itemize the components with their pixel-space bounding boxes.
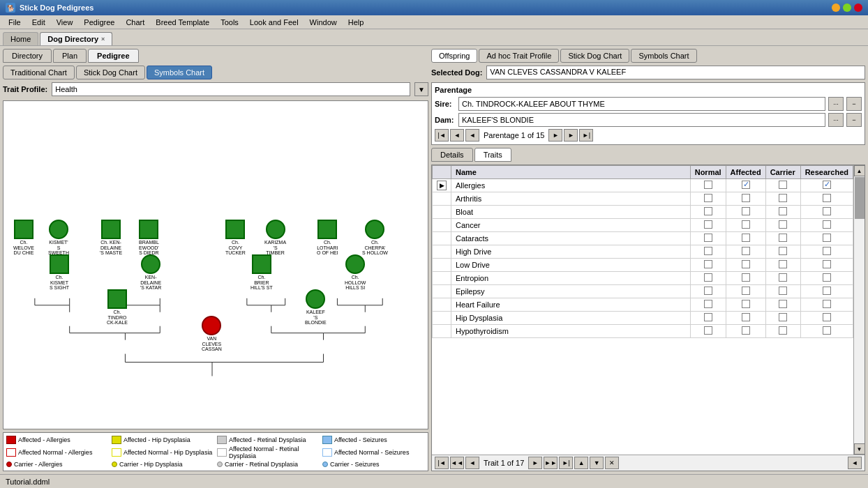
cb-arthritis-carrier[interactable] bbox=[779, 194, 787, 202]
cb-epilepsy-researched[interactable] bbox=[823, 287, 831, 295]
tab-home[interactable]: Home bbox=[3, 32, 38, 45]
cb-bloat-affected[interactable] bbox=[742, 207, 750, 215]
cb-allergies-normal[interactable] bbox=[704, 181, 712, 189]
scroll-up-btn[interactable]: ▲ bbox=[854, 165, 865, 176]
dog-node-dam-sire[interactable]: Ch.BRIERHILL'S ST bbox=[250, 254, 273, 291]
dam-input[interactable] bbox=[458, 113, 825, 127]
cb-cancer-normal[interactable] bbox=[704, 220, 712, 229]
right-tab-stick-dog[interactable]: Stick Dog Chart bbox=[560, 49, 629, 63]
cb-heart-failure-carrier[interactable] bbox=[779, 300, 787, 308]
cb-arthritis-affected[interactable] bbox=[742, 194, 750, 202]
dog-node-ss-sire[interactable]: Ch.WELOVEDU CHIE bbox=[13, 220, 34, 256]
menu-edit[interactable]: Edit bbox=[27, 17, 51, 28]
traits-prev-btn[interactable]: ◄ bbox=[465, 457, 479, 469]
dam-clear-btn[interactable]: − bbox=[846, 113, 862, 127]
cb-hypothyroidism-researched[interactable] bbox=[823, 326, 831, 335]
sire-clear-btn[interactable]: − bbox=[846, 97, 862, 111]
menu-tools[interactable]: Tools bbox=[215, 17, 244, 28]
tab-dog-directory[interactable]: Dog Directory × bbox=[40, 32, 112, 45]
cb-heart-failure-affected[interactable] bbox=[742, 300, 750, 308]
dog-node-ds-dam[interactable]: KARIZMA'STIMBER bbox=[264, 220, 286, 256]
right-tab-symbols[interactable]: Symbols Chart bbox=[631, 49, 696, 63]
cb-cataracts-normal[interactable] bbox=[704, 234, 712, 242]
traits-last-btn[interactable]: ►| bbox=[559, 457, 573, 469]
cb-bloat-researched[interactable] bbox=[823, 207, 831, 215]
cb-heart-failure-researched[interactable] bbox=[823, 300, 831, 308]
scroll-thumb[interactable] bbox=[855, 177, 865, 219]
maximize-button[interactable] bbox=[843, 3, 851, 12]
cb-epilepsy-normal[interactable] bbox=[704, 287, 712, 295]
traits-scrollbar[interactable]: ▲ ▼ bbox=[853, 165, 865, 455]
cb-hypothyroidism-normal[interactable] bbox=[704, 326, 712, 335]
detail-tab-traits[interactable]: Traits bbox=[474, 148, 511, 162]
dog-node-dd-sire[interactable]: Ch.LOTHARIO OF HEI bbox=[317, 220, 338, 256]
dog-node-dam-dam[interactable]: Ch.HOLLOWHILLS SI bbox=[345, 254, 366, 291]
dog-node-ss-dam[interactable]: KISMET'SSWEETH bbox=[48, 220, 69, 256]
menu-breed-template[interactable]: Breed Template bbox=[150, 17, 215, 28]
dam-browse-btn[interactable]: ··· bbox=[828, 113, 844, 127]
cb-entropion-carrier[interactable] bbox=[779, 273, 787, 282]
tab-close-icon[interactable]: × bbox=[101, 36, 105, 43]
menu-chart[interactable]: Chart bbox=[120, 17, 150, 28]
cb-hip-dysplasia-researched[interactable] bbox=[823, 313, 831, 321]
cb-cancer-carrier[interactable] bbox=[779, 220, 787, 229]
sire-input[interactable] bbox=[458, 97, 825, 111]
cb-hypothyroidism-carrier[interactable] bbox=[779, 326, 787, 335]
menu-window[interactable]: Window bbox=[304, 17, 343, 28]
dog-node-sire[interactable]: Ch.TINDROCK-KALE bbox=[107, 289, 128, 326]
cb-hip-dysplasia-normal[interactable] bbox=[704, 313, 712, 321]
dog-node-root[interactable]: VANCLEVESCASSAN bbox=[202, 316, 222, 352]
traits-table-wrapper[interactable]: Name Normal Affected Carrier Researched … bbox=[432, 165, 853, 455]
cb-hip-dysplasia-affected[interactable] bbox=[742, 313, 750, 321]
cb-heart-failure-normal[interactable] bbox=[704, 300, 712, 308]
traits-prev2-btn[interactable]: ◄◄ bbox=[450, 457, 464, 469]
menu-view[interactable]: View bbox=[51, 17, 79, 28]
parentage-prev-btn[interactable]: ◄ bbox=[450, 129, 464, 142]
cb-allergies-affected[interactable] bbox=[742, 181, 750, 189]
right-tab-offspring[interactable]: Offspring bbox=[431, 49, 477, 63]
dog-node-ds-sire[interactable]: Ch.COVYTUCKER bbox=[225, 220, 246, 256]
dog-node-sire-sire[interactable]: Ch.KISMETS SIGHT bbox=[50, 254, 69, 291]
cb-cancer-researched[interactable] bbox=[823, 220, 831, 229]
cb-low-drive-researched[interactable] bbox=[823, 260, 831, 268]
cb-arthritis-normal[interactable] bbox=[704, 194, 712, 202]
cb-cataracts-carrier[interactable] bbox=[779, 234, 787, 242]
chart-tab-traditional[interactable]: Traditional Chart bbox=[3, 66, 75, 79]
menu-file[interactable]: File bbox=[3, 17, 27, 28]
traits-up-btn[interactable]: ▲ bbox=[574, 457, 588, 469]
cb-cataracts-affected[interactable] bbox=[742, 234, 750, 242]
cb-cancer-affected[interactable] bbox=[742, 220, 750, 229]
traits-delete-btn[interactable]: ✕ bbox=[605, 457, 619, 469]
traits-first-btn[interactable]: |◄ bbox=[435, 457, 449, 469]
cb-high-drive-researched[interactable] bbox=[823, 247, 831, 255]
subtab-pedigree[interactable]: Pedigree bbox=[88, 49, 138, 63]
parentage-last-btn[interactable]: ►| bbox=[579, 129, 593, 142]
chart-tab-symbols[interactable]: Symbols Chart bbox=[147, 66, 212, 79]
cb-entropion-affected[interactable] bbox=[742, 273, 750, 282]
parentage-next2-btn[interactable]: ► bbox=[564, 129, 578, 142]
parentage-next-btn[interactable]: ► bbox=[548, 129, 562, 142]
dog-node-sire-dam[interactable]: KEN-DELAINE'S KATAR bbox=[140, 254, 161, 291]
menu-look-and-feel[interactable]: Look and Feel bbox=[244, 17, 304, 28]
chart-tab-stick-dog[interactable]: Stick Dog Chart bbox=[76, 66, 145, 79]
cb-low-drive-affected[interactable] bbox=[742, 260, 750, 268]
subtab-directory[interactable]: Directory bbox=[3, 49, 52, 63]
cb-arthritis-researched[interactable] bbox=[823, 194, 831, 202]
right-tab-adhoc[interactable]: Ad hoc Trait Profile bbox=[479, 49, 559, 63]
cb-hip-dysplasia-carrier[interactable] bbox=[779, 313, 787, 321]
dog-node-dam[interactable]: KALEEF'SBLONDIE bbox=[305, 289, 327, 326]
cb-high-drive-normal[interactable] bbox=[704, 247, 712, 255]
minimize-button[interactable] bbox=[832, 3, 840, 12]
detail-tab-details[interactable]: Details bbox=[431, 148, 473, 162]
scroll-down-btn[interactable]: ▼ bbox=[854, 443, 865, 455]
menu-pedigree[interactable]: Pedigree bbox=[78, 17, 120, 28]
traits-down-btn[interactable]: ▼ bbox=[590, 457, 604, 469]
cb-hypothyroidism-affected[interactable] bbox=[742, 326, 750, 335]
cb-entropion-normal[interactable] bbox=[704, 273, 712, 282]
cb-allergies-carrier[interactable] bbox=[779, 181, 787, 189]
cb-bloat-carrier[interactable] bbox=[779, 207, 787, 215]
parentage-prev2-btn[interactable]: ◄ bbox=[465, 129, 479, 142]
subtab-plan[interactable]: Plan bbox=[53, 49, 87, 63]
dog-node-sd-sire[interactable]: Ch. KEN-DELAINE'S MASTE bbox=[100, 220, 122, 256]
cb-low-drive-normal[interactable] bbox=[704, 260, 712, 268]
